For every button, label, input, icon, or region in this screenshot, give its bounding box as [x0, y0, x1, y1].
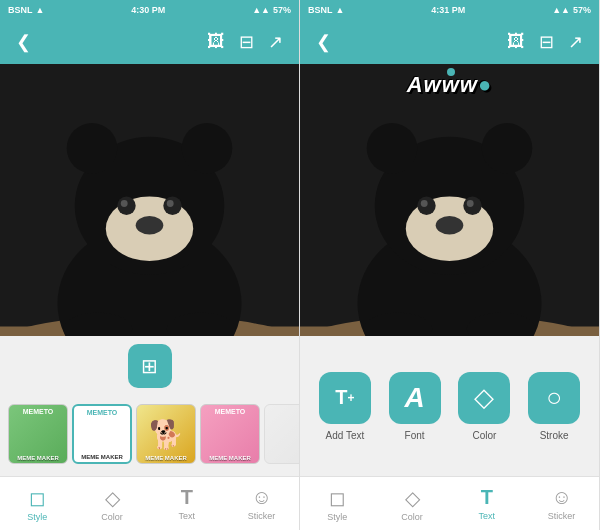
- wifi-icon-right: ▲: [336, 5, 345, 15]
- template-card-4[interactable]: MEMETO MEME MAKER: [200, 404, 260, 464]
- text-icon-left: T: [181, 486, 193, 509]
- bear-svg-left: [0, 64, 299, 336]
- carrier-left: BSNL: [8, 5, 33, 15]
- svg-point-26: [467, 200, 474, 207]
- template-label-2: MEME MAKER: [74, 454, 130, 460]
- gallery-icon-right[interactable]: 🖼: [507, 31, 525, 53]
- image-area-left: [0, 64, 299, 336]
- template-card-5[interactable]: [264, 404, 299, 464]
- toolbar-right: ❮ 🖼 ⊟ ↗: [300, 20, 599, 64]
- text-label-right: Text: [479, 511, 496, 521]
- template-logo-1: MEMETO: [9, 408, 67, 415]
- doge-emoji: 🐕: [149, 418, 184, 451]
- toolbar-right-icons-right: 🖼 ⊟ ↗: [507, 31, 583, 53]
- svg-point-11: [167, 200, 174, 207]
- stroke-icon: ○: [528, 372, 580, 424]
- template-label-4: MEME MAKER: [201, 455, 259, 461]
- color-tool[interactable]: ◇ Color: [458, 372, 510, 441]
- nav-text-right[interactable]: T Text: [450, 486, 525, 521]
- battery-left: 57%: [273, 5, 291, 15]
- status-bar-right: BSNL ▲ 4:31 PM ▲▲ 57%: [300, 0, 599, 20]
- status-right: ▲▲ 57%: [252, 5, 291, 15]
- sticker-icon-right: ☺: [551, 486, 571, 509]
- template-icon-row: ⊞: [0, 336, 299, 392]
- nav-sticker-left[interactable]: ☺ Sticker: [224, 486, 299, 521]
- status-left-right: BSNL ▲: [308, 5, 344, 15]
- template-logo-2: MEMETO: [74, 409, 130, 416]
- image-area-right: Awww●: [300, 64, 599, 336]
- bear-image-right: [300, 64, 599, 336]
- sticker-label-left: Sticker: [248, 511, 276, 521]
- svg-point-5: [67, 123, 118, 174]
- crop-icon-right[interactable]: ⊟: [539, 31, 554, 53]
- gallery-icon-left[interactable]: 🖼: [207, 31, 225, 53]
- stroke-label: Stroke: [540, 430, 569, 441]
- color-icon-right2: ◇: [405, 486, 420, 510]
- add-text-icon: T+: [319, 372, 371, 424]
- text-icon-right: T: [481, 486, 493, 509]
- template-logo-4: MEMETO: [201, 408, 259, 415]
- svg-point-21: [482, 123, 533, 174]
- time-right: 4:31 PM: [431, 5, 465, 15]
- drag-handle-dot[interactable]: [447, 68, 455, 76]
- bear-image-left: [0, 64, 299, 336]
- sticker-icon-left: ☺: [251, 486, 271, 509]
- text-label-left: Text: [179, 511, 196, 521]
- font-label: Font: [405, 430, 425, 441]
- edit-tools-area: T+ Add Text A Font ◇ Color ○ Stroke: [300, 336, 599, 476]
- share-icon-right[interactable]: ↗: [568, 31, 583, 53]
- toolbar-left: ❮ 🖼 ⊟ ↗: [0, 20, 299, 64]
- color-icon-left: ◇: [105, 486, 120, 510]
- wifi-icon: ▲: [36, 5, 45, 15]
- panel-left: BSNL ▲ 4:30 PM ▲▲ 57% ❮ 🖼 ⊟ ↗: [0, 0, 300, 530]
- crop-icon-left[interactable]: ⊟: [239, 31, 254, 53]
- bear-svg-right: [300, 64, 599, 336]
- stroke-tool[interactable]: ○ Stroke: [528, 372, 580, 441]
- add-text-tool[interactable]: T+ Add Text: [319, 372, 371, 441]
- template-label-3: MEME MAKER: [137, 455, 195, 461]
- template-card-2[interactable]: MEMETO MEME MAKER: [72, 404, 132, 464]
- carrier-right: BSNL: [308, 5, 333, 15]
- panel-right: BSNL ▲ 4:31 PM ▲▲ 57% ❮ 🖼 ⊟ ↗: [300, 0, 600, 530]
- style-label-left: Style: [27, 512, 47, 522]
- template-card-3[interactable]: 🐕 MEME MAKER: [136, 404, 196, 464]
- signal-icon-right: ▲▲: [552, 5, 570, 15]
- style-icon-left: ◻: [29, 486, 46, 510]
- template-card-1[interactable]: MEMETO MEME MAKER: [8, 404, 68, 464]
- font-tool[interactable]: A Font: [389, 372, 441, 441]
- text-cursor: ●: [478, 72, 492, 97]
- color-label: Color: [472, 430, 496, 441]
- nav-color-right[interactable]: ◇ Color: [375, 486, 450, 522]
- template-center-icon[interactable]: ⊞: [128, 344, 172, 388]
- status-left: BSNL ▲: [8, 5, 44, 15]
- nav-style-left[interactable]: ◻ Style: [0, 486, 75, 522]
- time-left: 4:30 PM: [131, 5, 165, 15]
- nav-style-right[interactable]: ◻ Style: [300, 486, 375, 522]
- battery-right: 57%: [573, 5, 591, 15]
- svg-point-12: [136, 216, 164, 234]
- svg-point-25: [421, 200, 428, 207]
- style-icon-right: ◻: [329, 486, 346, 510]
- svg-point-10: [121, 200, 128, 207]
- back-button-left[interactable]: ❮: [16, 31, 31, 53]
- nav-sticker-right[interactable]: ☺ Sticker: [524, 486, 599, 521]
- nav-text-left[interactable]: T Text: [150, 486, 225, 521]
- font-icon: A: [389, 372, 441, 424]
- svg-point-27: [436, 216, 464, 234]
- color-icon: ◇: [458, 372, 510, 424]
- nav-color-left[interactable]: ◇ Color: [75, 486, 150, 522]
- color-label-right: Color: [401, 512, 423, 522]
- sticker-label-right: Sticker: [548, 511, 576, 521]
- color-label-left: Color: [101, 512, 123, 522]
- edit-tools-row: T+ Add Text A Font ◇ Color ○ Stroke: [300, 336, 599, 476]
- template-label-1: MEME MAKER: [9, 455, 67, 461]
- style-label-right: Style: [327, 512, 347, 522]
- signal-icon: ▲▲: [252, 5, 270, 15]
- bottom-nav-right: ◻ Style ◇ Color T Text ☺ Sticker: [300, 476, 599, 530]
- toolbar-right-icons-left: 🖼 ⊟ ↗: [207, 31, 283, 53]
- bottom-nav-left: ◻ Style ◇ Color T Text ☺ Sticker: [0, 476, 299, 530]
- templates-scroll[interactable]: MEMETO MEME MAKER MEMETO MEME MAKER 🐕 ME…: [0, 392, 299, 476]
- back-button-right[interactable]: ❮: [316, 31, 331, 53]
- share-icon-left[interactable]: ↗: [268, 31, 283, 53]
- add-text-label: Add Text: [326, 430, 365, 441]
